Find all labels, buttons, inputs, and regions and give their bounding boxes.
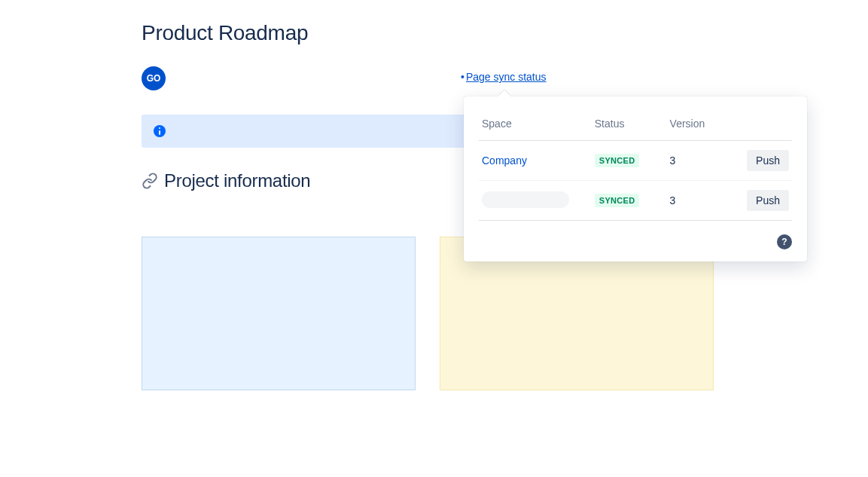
version-cell: 3 (667, 141, 729, 181)
popover-footer: ? (479, 221, 792, 249)
bullet-separator: • (461, 71, 464, 83)
table-row: SYNCED 3 Push (479, 181, 792, 221)
space-link[interactable]: Company (482, 154, 527, 167)
help-icon[interactable]: ? (777, 234, 792, 249)
column-header-status: Status (592, 112, 667, 141)
page-sync-status-link[interactable]: Page sync status (466, 71, 547, 83)
status-badge: SYNCED (595, 154, 640, 167)
version-cell: 3 (667, 181, 729, 221)
status-badge: SYNCED (595, 194, 640, 207)
sync-status-popover: Space Status Version Company SYNCED 3 Pu… (464, 96, 807, 261)
card-blue[interactable] (142, 237, 416, 390)
sync-status-wrapper: •Page sync status (461, 71, 547, 83)
push-button[interactable]: Push (747, 150, 789, 171)
page-title: Product Roadmap (142, 21, 868, 45)
column-header-space: Space (479, 112, 592, 141)
meta-row: GO •Page sync status (142, 66, 868, 90)
column-header-action (729, 112, 792, 141)
info-icon (154, 125, 166, 137)
push-button[interactable]: Push (747, 190, 789, 211)
avatar[interactable]: GO (142, 66, 166, 90)
space-pill-redacted[interactable] (482, 191, 569, 208)
link-icon (142, 173, 158, 189)
project-information-heading: Project information (164, 170, 310, 191)
sync-status-table: Space Status Version Company SYNCED 3 Pu… (479, 112, 792, 221)
column-header-version: Version (667, 112, 729, 141)
table-row: Company SYNCED 3 Push (479, 141, 792, 181)
